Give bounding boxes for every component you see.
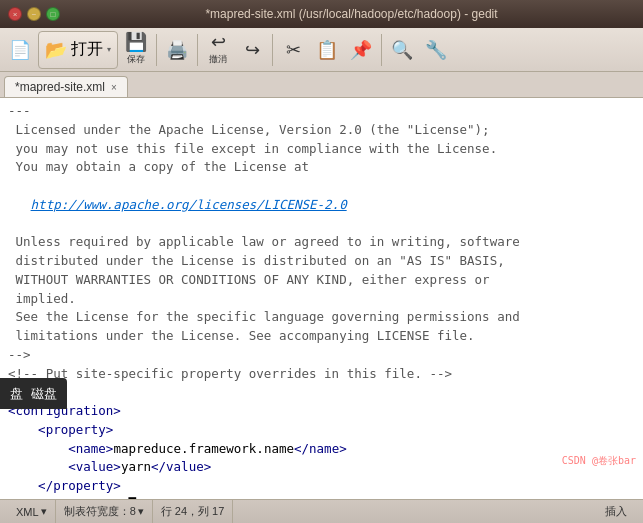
cut-button[interactable]: ✂ — [277, 31, 309, 69]
format-arrow-icon: ▾ — [41, 505, 47, 518]
tab-width-arrow-icon: ▾ — [138, 505, 144, 518]
separator-4 — [381, 34, 382, 66]
open-label: 打开 — [71, 39, 103, 60]
separator-3 — [272, 34, 273, 66]
open-button[interactable]: 📂 打开 ▾ — [38, 31, 118, 69]
separator-1 — [156, 34, 157, 66]
save-button[interactable]: 💾 保存 — [120, 31, 152, 69]
window-title: *mapred-site.xml (/usr/local/hadoop/etc/… — [68, 7, 635, 21]
print-icon: 🖨️ — [166, 41, 188, 59]
title-bar: × − □ *mapred-site.xml (/usr/local/hadoo… — [0, 0, 643, 28]
tab-close-button[interactable]: × — [111, 82, 117, 93]
format-label: XML — [16, 506, 39, 518]
active-tab[interactable]: *mapred-site.xml × — [4, 76, 128, 97]
separator-2 — [197, 34, 198, 66]
tooltip-text: 盘 磁盘 — [10, 386, 57, 401]
undo-button[interactable]: ↩ 撤消 — [202, 31, 234, 69]
license-link[interactable]: http://www.apache.org/licenses/LICENSE-2… — [31, 197, 347, 212]
tools-icon: 🔧 — [425, 41, 447, 59]
tab-width-label: 制表符宽度：8 — [64, 504, 136, 519]
paste-button[interactable]: 📌 — [345, 31, 377, 69]
print-button[interactable]: 🖨️ — [161, 31, 193, 69]
window-controls[interactable]: × − □ — [8, 7, 60, 21]
tab-width-selector[interactable]: 制表符宽度：8 ▾ — [56, 500, 153, 523]
close-window-button[interactable]: × — [8, 7, 22, 21]
new-icon: 📄 — [9, 41, 31, 59]
undo-label: 撤消 — [209, 53, 227, 66]
redo-icon: ↪ — [245, 41, 260, 59]
find-icon: 🔍 — [391, 41, 413, 59]
paste-icon: 📌 — [350, 41, 372, 59]
save-label: 保存 — [127, 53, 145, 66]
format-selector[interactable]: XML ▾ — [8, 500, 56, 523]
find-button[interactable]: 🔍 — [386, 31, 418, 69]
editor-content: --- Licensed under the Apache License, V… — [8, 102, 635, 499]
tab-label: *mapred-site.xml — [15, 80, 105, 94]
tab-bar: *mapred-site.xml × — [0, 72, 643, 98]
status-bar: XML ▾ 制表符宽度：8 ▾ 行 24，列 17 插入 — [0, 499, 643, 523]
copy-icon: 📋 — [316, 41, 338, 59]
cut-icon: ✂ — [286, 41, 301, 59]
cursor-position: 行 24，列 17 — [153, 500, 234, 523]
save-icon: 💾 — [125, 33, 147, 51]
tooltip-popup: 盘 磁盘 — [0, 378, 67, 410]
undo-icon: ↩ — [211, 33, 226, 51]
position-label: 行 24，列 17 — [161, 504, 225, 519]
open-arrow-icon: ▾ — [107, 45, 111, 54]
maximize-button[interactable]: □ — [46, 7, 60, 21]
editor-area[interactable]: --- Licensed under the Apache License, V… — [0, 98, 643, 499]
minimize-button[interactable]: − — [27, 7, 41, 21]
open-icon: 📂 — [45, 41, 67, 59]
copy-button[interactable]: 📋 — [311, 31, 343, 69]
redo-button[interactable]: ↪ — [236, 31, 268, 69]
toolbar: 📄 📂 打开 ▾ 💾 保存 🖨️ ↩ 撤消 ↪ ✂ 📋 📌 🔍 — [0, 28, 643, 72]
new-button[interactable]: 📄 — [4, 31, 36, 69]
tools-button[interactable]: 🔧 — [420, 31, 452, 69]
edit-mode: 插入 — [597, 500, 635, 523]
mode-label: 插入 — [605, 504, 627, 519]
